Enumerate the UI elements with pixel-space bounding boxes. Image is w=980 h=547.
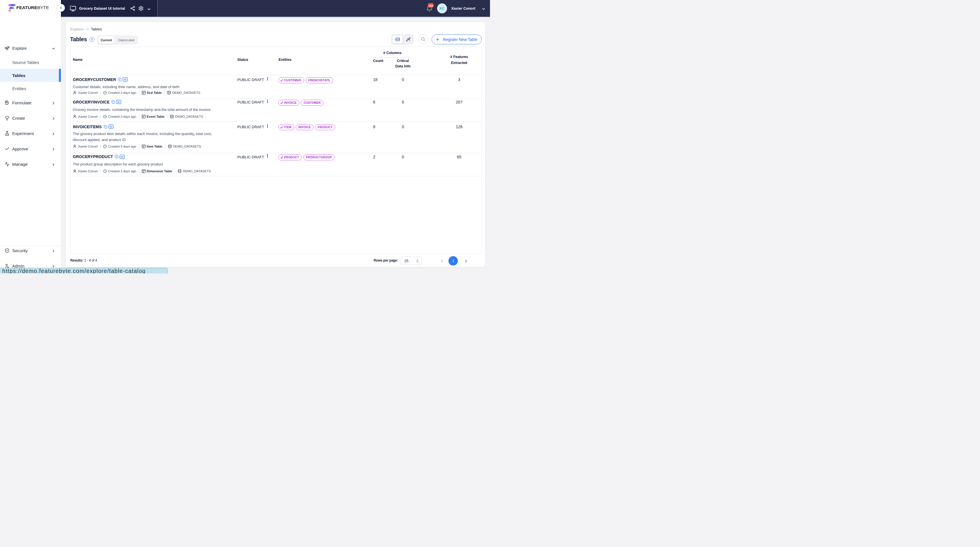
svg-text:ID: ID bbox=[110, 125, 112, 128]
svg-text:ID: ID bbox=[124, 78, 126, 81]
svg-text:ID: ID bbox=[121, 155, 123, 158]
svg-text:ID: ID bbox=[118, 101, 120, 103]
